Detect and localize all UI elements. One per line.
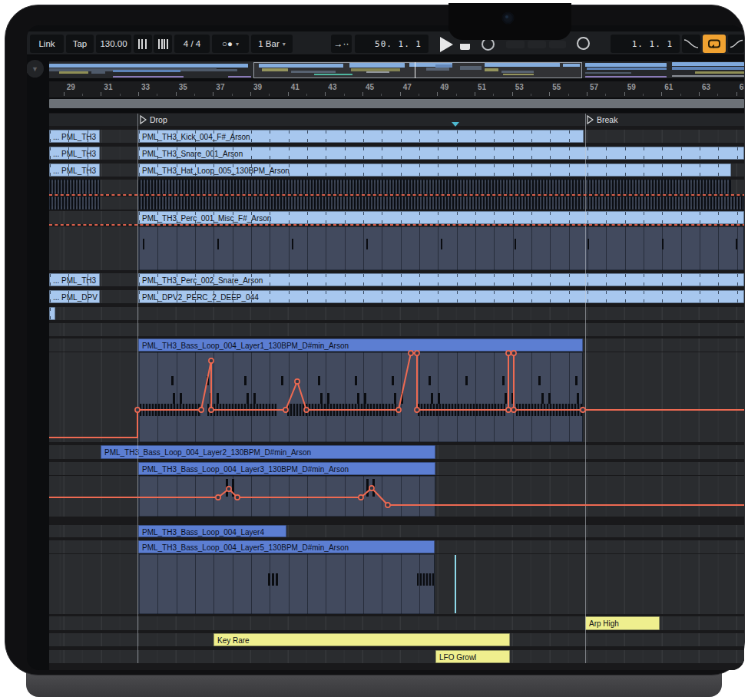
bass5-dense-strip (417, 573, 434, 586)
bass1-transients-lower (357, 393, 359, 404)
ruler-subtick (493, 94, 494, 96)
bars-dense-icon (158, 39, 168, 49)
ruler-tick (475, 92, 475, 96)
track-dpv2-clip[interactable]: ... PML_DPV (49, 290, 100, 303)
track-bass1-header-clip-label: PML_TH3_Bass_Loop_004_Layer1_130BPM_D#mi… (139, 339, 582, 350)
bass3-transients (366, 479, 369, 497)
track-perc2-clip[interactable]: ... PML_TH3 (49, 273, 100, 286)
ruler-bar-label: 55 (552, 83, 561, 91)
track-key-clip[interactable]: Key Rare (213, 633, 510, 646)
bass1-transients-lower (253, 393, 256, 404)
time-selection-line (137, 114, 138, 663)
track-loop-wave-2-clip[interactable] (138, 196, 744, 210)
track-hat-clip[interactable]: ... PML_TH3 (49, 163, 100, 177)
bass1-dense-strip (207, 404, 276, 416)
track-perc1-header-clip[interactable]: PML_TH3_Perc_001_Misc_F#_Arson (138, 211, 744, 224)
tap-tempo-button[interactable]: Tap (66, 35, 94, 53)
bass1-transients-lower (327, 393, 329, 404)
track-kick-clip[interactable]: ... PML_TH3 (49, 130, 100, 143)
ruler-subtick (306, 94, 307, 96)
arrangement-position-display[interactable]: 50. 1. 1 (355, 35, 429, 53)
track-hat-clip[interactable]: PML_TH3_Hat_Loop_005_130BPM_Arson (138, 163, 731, 177)
loop-button[interactable] (703, 35, 726, 53)
track-snare-clip-label: ... PML_TH3 (50, 147, 99, 158)
stop-button[interactable] (460, 44, 470, 50)
quantize-menu[interactable]: 1 Bar ▾ (251, 35, 293, 53)
track-loop-wave-1-clip[interactable] (138, 180, 731, 194)
track-sliver-lane (49, 307, 744, 320)
nudge-down-icon[interactable] (134, 35, 152, 53)
track-bass1-body-clip[interactable] (138, 352, 583, 442)
bass1-dense-strip (516, 404, 583, 416)
automation-arm-button[interactable] (549, 41, 566, 48)
track-loop-wave-2-clip[interactable] (49, 196, 100, 210)
follow-button[interactable]: →·· (331, 35, 352, 53)
track-lfo-clip[interactable]: LFO Growl (435, 650, 510, 663)
overview-view-box[interactable] (253, 62, 582, 78)
track-bass3-body-clip[interactable] (138, 476, 435, 517)
fade-out-icon (683, 38, 699, 49)
track-snare-clip[interactable]: ... PML_TH3 (49, 147, 100, 160)
track-snare-clip[interactable]: PML_TH3_Snare_001_Arson (138, 147, 744, 160)
ruler-subtick (194, 94, 195, 96)
loop-region-bar[interactable] (49, 99, 744, 108)
time-signature-field[interactable]: 4 / 4 (174, 35, 210, 53)
track-bass2-clip[interactable]: PML_TH3_Bass_Loop_004_Layer2_130BPM_D#mi… (101, 445, 435, 459)
metronome-button[interactable]: ○● ▾ (212, 35, 249, 53)
track-bass4-clip[interactable]: PML_TH3_Bass_Loop_004_Layer4 (138, 525, 286, 537)
track-bass3-header-clip-label: PML_TH3_Bass_Loop_004_Layer3_130BPM_D#mi… (139, 463, 435, 474)
bass1-transients-lower (541, 393, 544, 404)
beat-time-ruler[interactable]: 29313335373941434547495153555759616365 (49, 81, 744, 97)
ruler-bar-label: 43 (328, 83, 336, 91)
bass5-transients (268, 573, 270, 586)
locator-break[interactable]: Break (587, 114, 617, 126)
arrangement-overview[interactable] (49, 61, 744, 79)
nudge-up-icon[interactable] (154, 35, 172, 53)
bass1-dense-strip (140, 404, 201, 416)
ruler-tick (549, 92, 550, 96)
play-button[interactable] (440, 37, 453, 52)
bass1-transients-lower (210, 393, 212, 404)
ruler-bar-label: 57 (590, 83, 598, 91)
perc1-transients (736, 239, 737, 249)
tablet-device-mockup: Link Tap 130.00 4 / 4 ○● ▾ 1 Bar ▾ →·· 5… (0, 0, 748, 700)
overdub-button[interactable] (506, 41, 525, 48)
bass1-transients-upper (538, 376, 541, 385)
track-sliver-clip-label (50, 308, 55, 310)
bass1-transients-upper (392, 376, 394, 385)
re-enable-automation-button[interactable] (577, 37, 590, 50)
app-screen: Link Tap 130.00 4 / 4 ○● ▾ 1 Bar ▾ →·· 5… (27, 25, 744, 670)
bass1-transients-upper (465, 376, 468, 385)
collapse-overview-button[interactable]: ▼ (27, 60, 44, 78)
ruler-tick (325, 92, 326, 96)
track-perc2-clip[interactable]: PML_TH3_Perc_002_Snare_Arson (138, 273, 744, 286)
track-bass3-header-clip[interactable]: PML_TH3_Bass_Loop_004_Layer3_130BPM_D#mi… (138, 462, 435, 475)
track-kick-clip[interactable]: PML_TH3_Kick_004_F#_Arson (138, 130, 584, 143)
tempo-field[interactable]: 130.00 (96, 35, 131, 53)
track-bass1-header-clip[interactable]: PML_TH3_Bass_Loop_004_Layer1_130BPM_D#mi… (138, 338, 583, 352)
punch-in-button[interactable] (682, 35, 700, 53)
track-sliver-clip[interactable] (49, 307, 55, 320)
track-bass5-header-clip[interactable]: PML_TH3_Bass_Loop_004_Layer5_130BPM_D#mi… (138, 540, 435, 553)
track-loop-wave-1-clip[interactable] (49, 180, 100, 194)
loop-start-display[interactable]: 1. 1. 1 (611, 35, 680, 53)
link-button[interactable]: Link (30, 35, 64, 53)
ruler-tick (624, 92, 625, 96)
capture-button[interactable] (528, 41, 546, 48)
ruler-bar-label: 35 (179, 83, 187, 91)
track-hat-clip-label: PML_TH3_Hat_Loop_005_130BPM_Arson (139, 164, 730, 175)
punch-out-button[interactable] (728, 35, 744, 53)
ruler-tick (250, 92, 251, 96)
track-bass5-body-clip[interactable] (138, 554, 435, 614)
bass1-transients-upper (355, 376, 357, 385)
ruler-bar-label: 29 (67, 83, 75, 91)
perc1-transients (366, 239, 368, 249)
overview-playhead (415, 62, 415, 78)
track-dpv2-clip[interactable]: PML_DPV2_PERC_2_DEEP_044 (138, 290, 744, 303)
track-arp-clip[interactable]: Arp High (585, 616, 660, 630)
overview-clip-segment (197, 69, 237, 71)
perc1-transients (143, 239, 144, 249)
locator-drop[interactable]: Drop (140, 114, 167, 126)
overview-clip-segment (672, 75, 744, 77)
bass1-transients-lower (247, 393, 249, 404)
